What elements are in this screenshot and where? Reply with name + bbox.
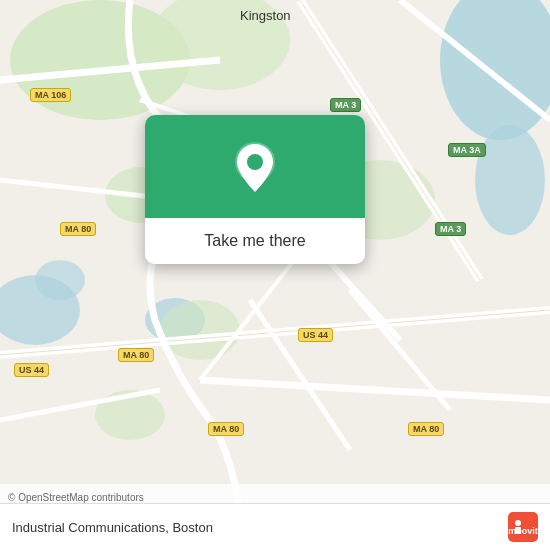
- svg-point-29: [515, 520, 521, 526]
- road-label-us44-1: US 44: [14, 363, 49, 377]
- map-roads-svg: [0, 0, 550, 550]
- svg-point-26: [247, 154, 263, 170]
- location-pin-icon: [230, 140, 280, 198]
- road-label-ma3-2: MA 3: [435, 222, 466, 236]
- svg-line-15: [0, 310, 550, 355]
- moovit-icon: moovit: [508, 512, 538, 542]
- svg-line-17: [200, 380, 550, 400]
- info-bar: Industrial Communications, Boston moovit: [0, 503, 550, 550]
- popup-green-header: [145, 115, 365, 218]
- svg-point-0: [440, 0, 550, 140]
- svg-point-1: [475, 125, 545, 235]
- road-label-us44-2: US 44: [298, 328, 333, 342]
- svg-point-9: [160, 300, 240, 360]
- kingston-label: Kingston: [240, 8, 291, 23]
- map-container: Kingston MA 106 MA 80 MA 80 MA 80 MA 80 …: [0, 0, 550, 550]
- svg-line-19: [250, 300, 350, 450]
- copyright-text: © OpenStreetMap contributors: [8, 492, 144, 503]
- moovit-logo: moovit: [508, 512, 538, 542]
- svg-rect-30: [515, 527, 521, 534]
- location-label: Industrial Communications, Boston: [12, 520, 213, 535]
- road-label-ma3-1: MA 3: [330, 98, 361, 112]
- svg-point-3: [35, 260, 85, 300]
- popup-card: Take me there: [145, 115, 365, 264]
- road-label-ma80-5: MA 80: [408, 422, 444, 436]
- road-label-ma80-4: MA 80: [208, 422, 244, 436]
- road-label-ma106: MA 106: [30, 88, 71, 102]
- road-label-ma3a: MA 3A: [448, 143, 486, 157]
- take-me-there-button[interactable]: Take me there: [145, 218, 365, 264]
- road-label-ma80-2: MA 80: [60, 222, 96, 236]
- svg-text:moovit: moovit: [508, 526, 538, 536]
- road-label-ma80-3: MA 80: [118, 348, 154, 362]
